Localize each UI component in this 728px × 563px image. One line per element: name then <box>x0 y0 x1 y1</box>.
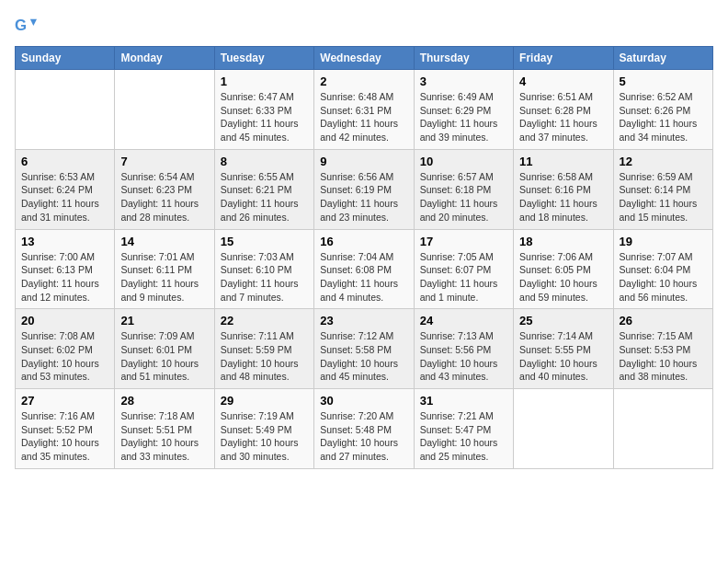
day-info: Sunrise: 7:03 AMSunset: 6:10 PMDaylight:… <box>221 250 308 304</box>
day-info: Sunrise: 7:16 AMSunset: 5:52 PMDaylight:… <box>21 409 108 464</box>
day-number: 12 <box>620 155 707 168</box>
day-number: 24 <box>420 314 507 327</box>
calendar-cell <box>16 70 115 150</box>
day-info: Sunrise: 7:01 AMSunset: 6:11 PMDaylight:… <box>120 250 208 304</box>
day-number: 8 <box>221 155 308 168</box>
day-number: 26 <box>620 314 707 327</box>
calendar-week-2: 6Sunrise: 6:53 AMSunset: 6:24 PMDaylight… <box>16 149 713 229</box>
day-info: Sunrise: 6:48 AMSunset: 6:31 PMDaylight:… <box>320 90 407 144</box>
calendar-cell: 21Sunrise: 7:09 AMSunset: 6:01 PMDayligh… <box>115 309 214 389</box>
day-number: 6 <box>21 155 108 168</box>
day-info: Sunrise: 7:20 AMSunset: 5:48 PMDaylight:… <box>320 409 407 464</box>
day-number: 22 <box>221 314 308 327</box>
day-number: 21 <box>120 314 208 327</box>
day-info: Sunrise: 7:00 AMSunset: 6:13 PMDaylight:… <box>21 250 108 304</box>
calendar-cell: 1Sunrise: 6:47 AMSunset: 6:33 PMDaylight… <box>214 70 313 150</box>
weekday-header-tuesday: Tuesday <box>214 47 313 70</box>
page-header: G <box>15 15 713 37</box>
logo: G <box>15 15 40 37</box>
calendar-cell: 2Sunrise: 6:48 AMSunset: 6:31 PMDaylight… <box>314 70 414 150</box>
weekday-header-sunday: Sunday <box>16 47 115 70</box>
calendar-week-3: 13Sunrise: 7:00 AMSunset: 6:13 PMDayligh… <box>16 229 713 309</box>
calendar-cell <box>514 389 613 469</box>
day-info: Sunrise: 7:08 AMSunset: 6:02 PMDaylight:… <box>21 329 108 384</box>
calendar-cell: 19Sunrise: 7:07 AMSunset: 6:04 PMDayligh… <box>613 229 712 309</box>
day-info: Sunrise: 7:18 AMSunset: 5:51 PMDaylight:… <box>120 409 208 464</box>
calendar-week-4: 20Sunrise: 7:08 AMSunset: 6:02 PMDayligh… <box>16 309 713 389</box>
calendar-cell: 7Sunrise: 6:54 AMSunset: 6:23 PMDaylight… <box>115 149 214 229</box>
calendar-cell: 17Sunrise: 7:05 AMSunset: 6:07 PMDayligh… <box>414 229 513 309</box>
day-number: 7 <box>120 155 208 168</box>
day-info: Sunrise: 6:56 AMSunset: 6:19 PMDaylight:… <box>320 170 407 224</box>
calendar-week-5: 27Sunrise: 7:16 AMSunset: 5:52 PMDayligh… <box>16 389 713 469</box>
day-info: Sunrise: 7:07 AMSunset: 6:04 PMDaylight:… <box>620 250 707 304</box>
calendar-cell: 29Sunrise: 7:19 AMSunset: 5:49 PMDayligh… <box>214 389 313 469</box>
day-number: 2 <box>320 75 407 88</box>
day-number: 11 <box>519 155 607 168</box>
day-number: 10 <box>420 155 507 168</box>
calendar-cell: 14Sunrise: 7:01 AMSunset: 6:11 PMDayligh… <box>115 229 214 309</box>
day-info: Sunrise: 6:55 AMSunset: 6:21 PMDaylight:… <box>221 170 308 224</box>
day-info: Sunrise: 7:12 AMSunset: 5:58 PMDaylight:… <box>320 329 407 384</box>
day-info: Sunrise: 7:06 AMSunset: 6:05 PMDaylight:… <box>519 250 607 304</box>
calendar-header: SundayMondayTuesdayWednesdayThursdayFrid… <box>16 47 713 70</box>
day-info: Sunrise: 6:54 AMSunset: 6:23 PMDaylight:… <box>120 170 208 224</box>
calendar-cell <box>613 389 712 469</box>
calendar-cell: 5Sunrise: 6:52 AMSunset: 6:26 PMDaylight… <box>613 70 712 150</box>
day-info: Sunrise: 7:19 AMSunset: 5:49 PMDaylight:… <box>221 409 308 464</box>
day-info: Sunrise: 7:15 AMSunset: 5:53 PMDaylight:… <box>620 329 707 384</box>
calendar-cell: 31Sunrise: 7:21 AMSunset: 5:47 PMDayligh… <box>414 389 513 469</box>
day-info: Sunrise: 6:59 AMSunset: 6:14 PMDaylight:… <box>620 170 707 224</box>
calendar-table: SundayMondayTuesdayWednesdayThursdayFrid… <box>15 46 713 469</box>
day-number: 13 <box>21 235 108 248</box>
day-number: 28 <box>120 394 208 408</box>
day-info: Sunrise: 7:09 AMSunset: 6:01 PMDaylight:… <box>120 329 208 384</box>
day-number: 9 <box>320 155 407 168</box>
calendar-cell: 26Sunrise: 7:15 AMSunset: 5:53 PMDayligh… <box>613 309 712 389</box>
day-info: Sunrise: 7:11 AMSunset: 5:59 PMDaylight:… <box>221 329 308 384</box>
calendar-cell: 6Sunrise: 6:53 AMSunset: 6:24 PMDaylight… <box>16 149 115 229</box>
calendar-cell: 28Sunrise: 7:18 AMSunset: 5:51 PMDayligh… <box>115 389 214 469</box>
day-number: 1 <box>221 75 308 88</box>
day-info: Sunrise: 6:47 AMSunset: 6:33 PMDaylight:… <box>221 90 308 144</box>
day-info: Sunrise: 6:53 AMSunset: 6:24 PMDaylight:… <box>21 170 108 224</box>
calendar-cell: 23Sunrise: 7:12 AMSunset: 5:58 PMDayligh… <box>314 309 414 389</box>
weekday-header-saturday: Saturday <box>613 47 712 70</box>
svg-marker-1 <box>30 19 37 26</box>
weekday-header-friday: Friday <box>514 47 613 70</box>
calendar-cell: 11Sunrise: 6:58 AMSunset: 6:16 PMDayligh… <box>514 149 613 229</box>
calendar-cell <box>115 70 214 150</box>
calendar-cell: 15Sunrise: 7:03 AMSunset: 6:10 PMDayligh… <box>214 229 313 309</box>
day-number: 17 <box>420 235 507 248</box>
day-number: 31 <box>420 394 507 408</box>
day-number: 23 <box>320 314 407 327</box>
calendar-cell: 4Sunrise: 6:51 AMSunset: 6:28 PMDaylight… <box>514 70 613 150</box>
day-number: 25 <box>519 314 607 327</box>
calendar-cell: 27Sunrise: 7:16 AMSunset: 5:52 PMDayligh… <box>16 389 115 469</box>
svg-text:G: G <box>15 17 27 34</box>
calendar-cell: 12Sunrise: 6:59 AMSunset: 6:14 PMDayligh… <box>613 149 712 229</box>
day-number: 27 <box>21 394 108 408</box>
calendar-cell: 8Sunrise: 6:55 AMSunset: 6:21 PMDaylight… <box>214 149 313 229</box>
day-info: Sunrise: 7:14 AMSunset: 5:55 PMDaylight:… <box>519 329 607 384</box>
day-number: 30 <box>320 394 407 408</box>
day-info: Sunrise: 6:57 AMSunset: 6:18 PMDaylight:… <box>420 170 507 224</box>
day-number: 14 <box>120 235 208 248</box>
day-number: 16 <box>320 235 407 248</box>
day-info: Sunrise: 7:05 AMSunset: 6:07 PMDaylight:… <box>420 250 507 304</box>
logo-icon: G <box>15 15 37 37</box>
day-info: Sunrise: 6:58 AMSunset: 6:16 PMDaylight:… <box>519 170 607 224</box>
day-number: 19 <box>620 235 707 248</box>
day-info: Sunrise: 6:49 AMSunset: 6:29 PMDaylight:… <box>420 90 507 144</box>
day-number: 4 <box>519 75 607 88</box>
calendar-cell: 9Sunrise: 6:56 AMSunset: 6:19 PMDaylight… <box>314 149 414 229</box>
day-number: 20 <box>21 314 108 327</box>
calendar-cell: 10Sunrise: 6:57 AMSunset: 6:18 PMDayligh… <box>414 149 513 229</box>
calendar-cell: 3Sunrise: 6:49 AMSunset: 6:29 PMDaylight… <box>414 70 513 150</box>
weekday-header-thursday: Thursday <box>414 47 513 70</box>
day-info: Sunrise: 6:52 AMSunset: 6:26 PMDaylight:… <box>620 90 707 144</box>
day-info: Sunrise: 7:21 AMSunset: 5:47 PMDaylight:… <box>420 409 507 464</box>
day-info: Sunrise: 7:04 AMSunset: 6:08 PMDaylight:… <box>320 250 407 304</box>
calendar-cell: 22Sunrise: 7:11 AMSunset: 5:59 PMDayligh… <box>214 309 313 389</box>
calendar-week-1: 1Sunrise: 6:47 AMSunset: 6:33 PMDaylight… <box>16 70 713 150</box>
